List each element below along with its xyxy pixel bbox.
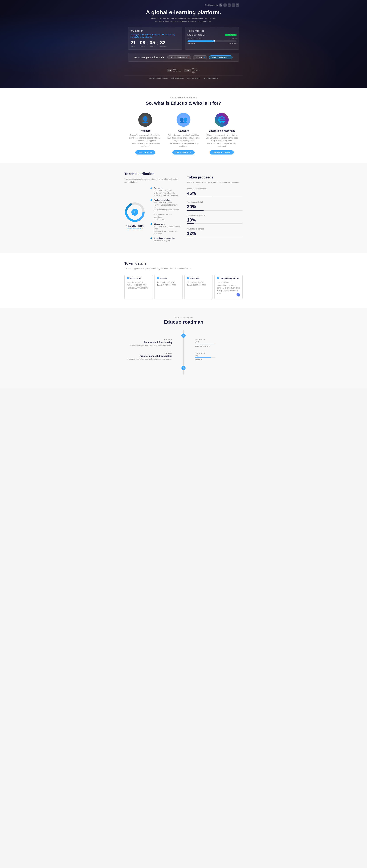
- erc20-cert-logo: ERC20: [184, 69, 191, 72]
- icobench-icon: [ico]: [187, 78, 191, 79]
- proceeds-title: Token proceeds: [187, 175, 243, 179]
- donut-letter: E: [131, 209, 138, 216]
- presale-body: Aug 14 - Aug 29, 2018 Target: 21,175,000…: [157, 281, 180, 287]
- progress-labels: TOTAL COLLECTED SOFT CAP: [188, 38, 237, 39]
- student-avatar-icon: 👥: [180, 116, 188, 123]
- bar-percent-0: 45%: [187, 191, 243, 196]
- legend-dot-1: [150, 199, 152, 201]
- purchase-btn-smart[interactable]: SMART CONTRACT ✓: [209, 55, 233, 59]
- ico-note: ▪ Participate in EDU Token Sale all unso…: [131, 34, 180, 38]
- donut-chart: E: [124, 202, 145, 222]
- hero-section: Our Community 𝕏 f ▶ in W A global e-lear…: [0, 0, 367, 88]
- who-section: Who benefits from Educuo So, what is Edu…: [0, 88, 367, 163]
- detail-card-ticker: Ticker: EDU Price: 1 EDU = $0.20 Soft ca…: [124, 275, 153, 299]
- bar-item-3: Marketing expenses 12%: [187, 228, 243, 237]
- timeline-row-1: FEB 2018 Framework & functionality Creat…: [124, 339, 243, 347]
- distribution-text: This is a supportive text piece, introdu…: [124, 178, 180, 184]
- roadmap-item-desc-0: Create framework principles and add core…: [124, 344, 172, 347]
- avatar-teachers: 👤: [138, 113, 152, 127]
- countdown: 21 DAYS : 08 HOURS : 05 MINUTES :: [131, 40, 180, 47]
- card-students: 👥 Students Tokens for course creation & …: [166, 113, 201, 155]
- tokensale-title: Token sale: [190, 277, 199, 279]
- legend-item-3: Marketing & partnerships 9,375,000 SQR (…: [150, 237, 180, 242]
- progress-value-0: 100%: [195, 341, 243, 343]
- legend-item-0: Token sale 75,000,000 EDU (46%)At the en…: [150, 187, 180, 197]
- detail-card-header-presale: Pre-sale: [157, 277, 180, 279]
- distribution-right: Token proceeds This is a supportive text…: [187, 172, 243, 244]
- partners-row: ₿ BITCOINTALK.ORG ◎ ICORATING [ico] icob…: [124, 75, 243, 81]
- bar-fill-1: [187, 210, 204, 211]
- detail-card-erc20: Compatibility: ERC20 Usage: Platform sub…: [215, 275, 243, 299]
- ico-cert-label: ICOCERTIFIED: [173, 69, 181, 72]
- mini-progress-fill-1: [195, 358, 211, 358]
- roadmap-title: Educuo roadmap: [124, 319, 243, 325]
- legend-item-2: Educuo team 37,500,000 SQR (13%) Locked …: [150, 223, 180, 235]
- collected-label: TOTAL COLLECTED: [188, 38, 202, 39]
- presale-title: Pre-sale: [160, 277, 167, 279]
- bar-percent-2: 13%: [187, 217, 243, 223]
- donut-label: EDUCUO TOKENS: [124, 228, 145, 230]
- twitter-icon[interactable]: 𝕏: [219, 3, 222, 7]
- legend-item-1: The Educuo platform 56,250,000 SQR (30%)…: [150, 199, 180, 221]
- progress-dot: [213, 40, 215, 42]
- ico-cert-logo: ICO: [167, 69, 172, 72]
- youtube-icon[interactable]: ▶: [228, 3, 231, 7]
- timeline-node-2: 02: [124, 366, 243, 370]
- eth-softcap: 200 ETH ◈: [229, 43, 236, 44]
- card-desc-students: Tokens for course creation & publishing …: [166, 134, 201, 148]
- timeline-node-1: 01: [124, 334, 243, 338]
- card-desc-teachers: Tokens for course creation & publishing …: [128, 134, 163, 148]
- community-label: Our Community: [204, 4, 218, 6]
- students-btn[interactable]: ENROL IN EDUCUO: [172, 150, 195, 155]
- softcap-label: SOFT CAP: [229, 38, 236, 39]
- ico-box: ICO Ends In ▪ Participate in EDU Token S…: [128, 27, 182, 50]
- partner-icobench: [ico] icobench: [187, 78, 200, 79]
- detail-card-presale: Pre-sale Aug 14 - Aug 29, 2018 Target: 2…: [154, 275, 183, 299]
- detail-cards: Ticker: EDU Price: 1 EDU = $0.20 Soft ca…: [124, 275, 243, 299]
- info-icon-crypto: ℹ: [188, 56, 189, 58]
- bar-line-2: [187, 223, 243, 224]
- timeline-dot-1: 01: [181, 334, 186, 338]
- teacher-avatar-icon: 👤: [141, 116, 149, 123]
- donut-num: 167,369,005: [124, 224, 145, 228]
- partner-bitcointalk: ₿ BITCOINTALK.ORG: [149, 78, 168, 79]
- detail-card-header-ticker: Ticker: EDU: [127, 277, 150, 279]
- bar-label-2: Operational expenses: [187, 214, 243, 216]
- purchase-btn-educuo[interactable]: EDUCUO ℹ: [193, 55, 207, 59]
- sep3: :: [157, 40, 158, 47]
- mini-progress-bar-0: [195, 344, 216, 344]
- sep1: :: [137, 40, 139, 47]
- enterprise-avatar-icon: 🌐: [218, 116, 226, 123]
- enterprise-btn[interactable]: BECOME A PARTNER: [210, 150, 233, 155]
- purchase-label: Purchase your tokens via: [135, 56, 164, 59]
- token-title: Token Progress: [188, 30, 237, 32]
- legend-dot-2: [150, 223, 152, 225]
- legend-detail-1: 56,250,000 SQR (30%)The reserve required…: [153, 202, 180, 221]
- cert-item-erc20: ERC20 ERC20CERTIFIED2018: [184, 68, 200, 73]
- bar-item-1: Non-technical staff 30%: [187, 201, 243, 211]
- donut-center: E: [131, 209, 138, 216]
- whatsapp-icon[interactable]: W: [236, 3, 239, 7]
- timeline-left-2: APR 2018 Proof-of-concept & integration …: [124, 352, 177, 361]
- bar-line-1: [187, 210, 243, 211]
- purchase-btn-crypto[interactable]: CRYPTOCURRENCY ℹ: [167, 55, 191, 59]
- ico-token-row: ICO Ends In ▪ Participate in EDU Token S…: [124, 27, 243, 50]
- details-text: This is a supportive text piece, introdu…: [124, 267, 243, 270]
- card-name-teachers: Teachers: [128, 129, 163, 132]
- timeline-dot-2: 02: [181, 366, 186, 370]
- bar-fill-0: [187, 197, 212, 197]
- nav-bar: Our Community 𝕏 f ▶ in W: [124, 3, 243, 9]
- teachers-btn[interactable]: FOR TEACHERS: [135, 150, 155, 155]
- dist-legend: Token sale 75,000,000 EDU (46%)At the en…: [150, 187, 180, 244]
- linkedin-icon[interactable]: in: [232, 3, 235, 7]
- distribution-title: Token distribution: [124, 172, 180, 176]
- token-price: EDU token = 0.002 ETH: [188, 34, 206, 36]
- erc20-dot: [217, 277, 219, 279]
- legend-text-1: The Educuo platform 56,250,000 SQR (30%)…: [153, 199, 180, 221]
- facebook-icon[interactable]: f: [223, 3, 227, 7]
- bar-label-1: Non-technical staff: [187, 201, 243, 203]
- status-tag-1: TESTING: [195, 359, 243, 361]
- roadmap-date-1: APR 2018: [124, 352, 172, 354]
- icorating-icon: ◎: [171, 78, 173, 79]
- legend-text-2: Educuo team 37,500,000 SQR (13%) Locked …: [153, 223, 180, 235]
